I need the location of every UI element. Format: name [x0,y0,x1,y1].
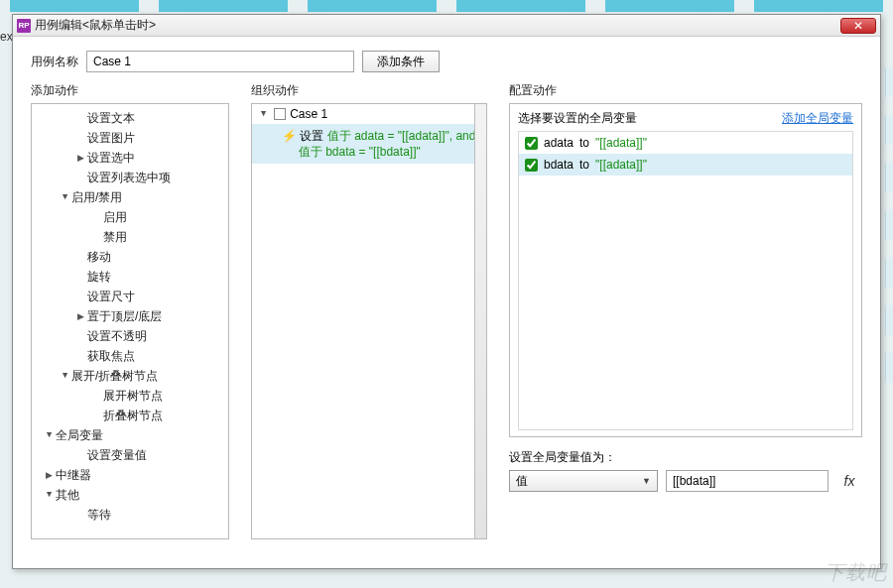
chevron-down-icon: ▼ [642,476,651,486]
tree-item-label: 展开树节点 [103,388,163,405]
action-line1-a: 值于 [327,129,351,143]
action-prefix: 设置 [300,129,323,143]
tree-item-label: 设置不透明 [87,328,147,345]
action-tree-item[interactable]: 设置尺寸 [32,287,228,306]
tree-item-label: 展开/折叠树节点 [71,368,158,385]
dialog-window: RP 用例编辑<鼠标单击时> ✕ 用例名称 添加条件 添加动作 设置文本设置图片… [12,14,881,569]
action-tree-item[interactable]: 获取焦点 [32,346,228,366]
tree-item-label: 置于顶层/底层 [87,308,162,325]
action-tree-item[interactable]: 启用 [32,207,228,227]
tree-item-label: 获取焦点 [87,348,135,365]
action-tree-item[interactable]: 中继器 [32,465,228,485]
fx-button[interactable]: fx [836,473,862,489]
tree-item-label: 启用 [103,209,127,226]
tree-item-label: 中继器 [56,467,91,484]
var-to: to [579,136,589,150]
action-tree-item[interactable]: 其他 [32,485,228,505]
var-row[interactable]: bdata to "[[adata]]" [519,154,852,176]
titlebar[interactable]: RP 用例编辑<鼠标单击时> ✕ [13,15,880,37]
action-tree-item[interactable]: 禁用 [32,227,228,247]
close-icon: ✕ [853,19,863,33]
set-value-label: 设置全局变量值为： [509,449,862,466]
action-tree-item[interactable]: 折叠树节点 [32,406,228,425]
var-checkbox[interactable] [525,137,538,150]
tree-item-label: 折叠树节点 [103,408,163,424]
action-line2-b: bdata = "[[bdata]]" [325,145,421,159]
action-tree-item[interactable]: 设置文本 [32,108,228,128]
chevron-down-icon[interactable] [44,430,54,440]
organize-action[interactable]: ⚡ 设置 值于 adata = "[[adata]]", and 值于 bdat… [252,124,486,164]
chevron-down-icon [258,109,268,119]
var-row[interactable]: adata to "[[adata]]" [519,132,852,154]
tree-item-label: 设置列表选中项 [87,170,171,186]
bolt-icon: ⚡ [282,129,297,143]
var-checkbox[interactable] [525,159,538,172]
chevron-down-icon[interactable] [44,490,54,500]
action-tree-item[interactable]: 旋转 [32,267,228,287]
add-global-var-link[interactable]: 添加全局变量 [782,110,853,127]
chevron-down-icon[interactable] [60,192,69,202]
chevron-right-icon[interactable] [75,153,85,163]
value-type-select[interactable]: 值 ▼ [509,470,658,492]
add-actions-title: 添加动作 [31,82,229,99]
configure-title: 配置动作 [509,82,862,99]
tree-item-label: 设置变量值 [87,447,147,464]
action-tree-item[interactable]: 移动 [32,247,228,267]
select-vars-label: 选择要设置的全局变量 [518,110,782,127]
action-line2-a: 值于 [299,145,322,159]
tree-item-label: 启用/禁用 [71,189,122,206]
action-tree-item[interactable]: 等待 [32,505,228,525]
action-tree-item[interactable]: 设置列表选中项 [32,168,228,187]
right-tab-strip [885,59,893,558]
var-name: bdata [544,158,574,172]
window-title: 用例编辑<鼠标单击时> [35,17,836,34]
tree-item-label: 移动 [87,249,111,266]
case-row[interactable]: Case 1 [252,104,486,124]
app-icon: RP [17,19,31,33]
select-value-text: 值 [516,473,528,490]
chevron-right-icon[interactable] [75,311,85,321]
chevron-down-icon[interactable] [60,371,69,381]
action-tree-item[interactable]: 全局变量 [32,425,228,445]
tree-item-label: 其他 [56,487,79,504]
action-tree-item[interactable]: 设置不透明 [32,326,228,346]
tree-item-label: 设置尺寸 [87,289,135,305]
case-name-row: 用例名称 添加条件 [31,51,862,72]
var-list[interactable]: adata to "[[adata]]"bdata to "[[adata]]" [519,132,852,429]
organize-scrollbar[interactable] [474,104,486,538]
action-tree-item[interactable]: 启用/禁用 [32,187,228,207]
tree-item-label: 设置文本 [87,110,135,127]
var-to: to [579,158,589,172]
add-actions-scroll[interactable]: 设置文本设置图片设置选中设置列表选中项启用/禁用启用禁用移动旋转设置尺寸置于顶层… [32,104,228,538]
value-input[interactable] [666,470,829,492]
action-tree-item[interactable]: 展开树节点 [32,386,228,406]
bg-label: ex [0,30,13,44]
action-tree-item[interactable]: 设置变量值 [32,445,228,465]
tree-item-label: 禁用 [103,229,127,246]
action-tree-item[interactable]: 设置选中 [32,148,228,168]
var-name: adata [544,136,574,150]
page-icon [274,108,286,120]
close-button[interactable]: ✕ [840,18,876,34]
var-expr: "[[adata]]" [595,158,647,172]
tree-item-label: 等待 [87,507,111,524]
watermark: 下载吧 [825,559,887,586]
var-expr: "[[adata]]" [595,136,647,150]
action-line1-b: adata = "[[adata]]", and [354,129,475,143]
tree-item-label: 设置选中 [87,150,135,167]
chevron-right-icon[interactable] [44,470,54,480]
tree-item-label: 旋转 [87,269,111,286]
case-name-label: 用例名称 [31,54,78,70]
case-label: Case 1 [290,107,327,121]
organize-title: 组织动作 [251,82,487,99]
action-tree-item[interactable]: 设置图片 [32,128,228,148]
action-tree-item[interactable]: 置于顶层/底层 [32,306,228,326]
action-tree-item[interactable]: 展开/折叠树节点 [32,366,228,386]
tree-item-label: 全局变量 [56,427,103,444]
add-condition-button[interactable]: 添加条件 [362,51,440,72]
tree-item-label: 设置图片 [87,130,135,147]
case-name-input[interactable] [86,51,354,72]
